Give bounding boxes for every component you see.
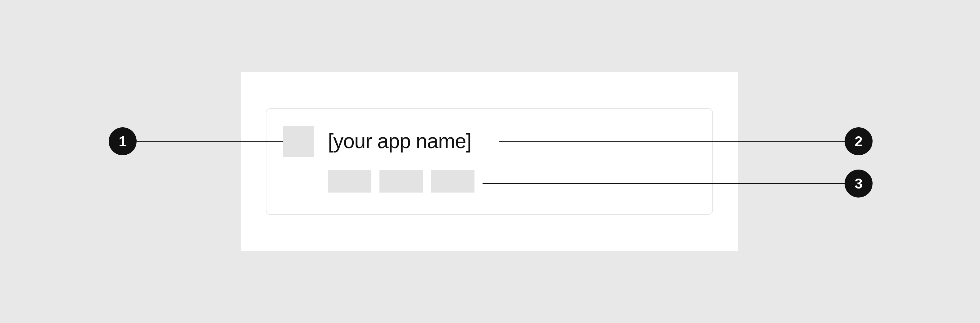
callout-badge-2: 2 bbox=[845, 127, 873, 155]
callout-badge-1: 1 bbox=[109, 127, 137, 155]
callout-line-2 bbox=[499, 141, 845, 142]
callout-line-3 bbox=[482, 183, 845, 184]
detail-placeholder bbox=[328, 170, 371, 193]
callout-line-1 bbox=[137, 141, 283, 142]
callout-badge-3: 3 bbox=[845, 170, 873, 197]
app-detail-row bbox=[328, 170, 474, 193]
app-card bbox=[266, 108, 713, 215]
callout-number: 2 bbox=[854, 133, 862, 150]
detail-placeholder bbox=[431, 170, 474, 193]
detail-placeholder bbox=[379, 170, 423, 193]
callout-number: 1 bbox=[119, 133, 127, 150]
app-icon-placeholder bbox=[283, 126, 314, 157]
app-name-label: [your app name] bbox=[328, 129, 471, 153]
callout-number: 3 bbox=[854, 175, 862, 192]
